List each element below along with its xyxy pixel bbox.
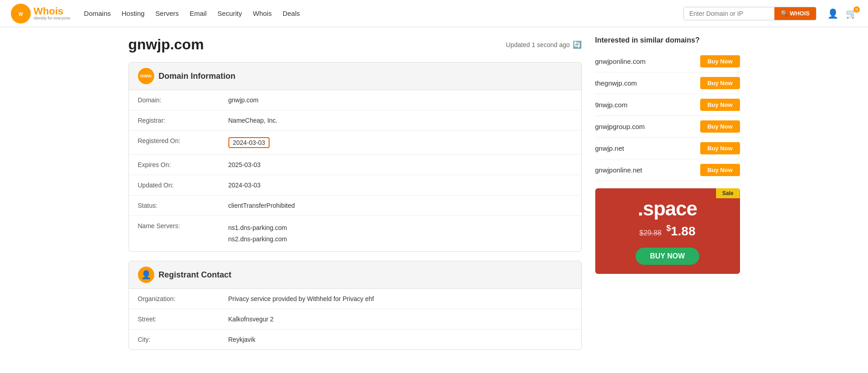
registered-on-value: 2024-03-03 bbox=[219, 131, 581, 155]
cart-badge: 0 bbox=[854, 6, 860, 13]
logo-whois-text: Whois bbox=[33, 6, 71, 16]
buy-now-button-0[interactable]: Buy Now bbox=[700, 55, 740, 67]
header: W Whois Identity for everyone Domains Ho… bbox=[0, 0, 868, 27]
table-row: Registrar: NameCheap, Inc. bbox=[129, 110, 581, 131]
promo-currency: $ bbox=[666, 224, 671, 233]
field-label: Domain: bbox=[129, 90, 219, 110]
buy-now-button-4[interactable]: Buy Now bbox=[700, 142, 740, 154]
registrant-table: Organization: Privacy service provided b… bbox=[129, 289, 581, 349]
table-row: Street: Kalkofnsvegur 2 bbox=[129, 309, 581, 330]
table-row: Domain: gnwjp.com bbox=[129, 90, 581, 110]
domain-info-title: Domain Information bbox=[159, 72, 236, 81]
search-button[interactable]: 🔍 WHOIS bbox=[774, 7, 816, 20]
sidebar: Interested in similar domains? gnwjponli… bbox=[595, 36, 740, 359]
similar-domain-name: 9nwjp.com bbox=[595, 101, 628, 109]
promo-old-price: $29.88 bbox=[640, 229, 662, 237]
nav-hosting[interactable]: Hosting bbox=[122, 10, 145, 17]
similar-domains-title: Interested in similar domains? bbox=[595, 36, 740, 44]
person-icon: 👤 bbox=[138, 267, 154, 283]
similar-domain-name: gnwjponline.com bbox=[595, 57, 646, 65]
table-row: Registered On: 2024-03-03 bbox=[129, 131, 581, 155]
field-value: Privacy service provided by Withheld for… bbox=[219, 289, 581, 309]
nav-domains[interactable]: Domains bbox=[84, 10, 111, 17]
promo-buy-button[interactable]: BUY NOW bbox=[636, 248, 699, 265]
registrant-header: 👤 Registrant Contact bbox=[129, 261, 581, 289]
buy-now-button-2[interactable]: Buy Now bbox=[700, 99, 740, 111]
field-label: Organization: bbox=[129, 289, 219, 309]
similar-domain-name: thegnwjp.com bbox=[595, 79, 637, 87]
ns2: ns2.dns-parking.com bbox=[228, 234, 572, 245]
field-value: clientTransferProhibited bbox=[219, 196, 581, 216]
table-row: Name Servers: ns1.dns-parking.com ns2.dn… bbox=[129, 216, 581, 252]
field-label: Name Servers: bbox=[129, 216, 219, 252]
similar-domain-item: gnwjpgroup.com Buy Now bbox=[595, 116, 740, 138]
registrant-card: 👤 Registrant Contact Organization: Priva… bbox=[128, 261, 582, 350]
field-label: City: bbox=[129, 330, 219, 350]
user-button[interactable]: 👤 bbox=[827, 8, 839, 19]
similar-domain-name: gnwjpgroup.com bbox=[595, 123, 645, 130]
nav-security[interactable]: Security bbox=[218, 10, 242, 17]
field-label: Status: bbox=[129, 196, 219, 216]
domain-title-row: gnwjp.com Updated 1 second ago 🔄 bbox=[128, 36, 582, 53]
search-area: 🔍 WHOIS 👤 🛒 0 bbox=[683, 7, 857, 20]
domain-info-header: WWW Domain Information bbox=[129, 62, 581, 90]
nav-email[interactable]: Email bbox=[190, 10, 207, 17]
registrant-title: Registrant Contact bbox=[159, 270, 232, 280]
logo-tagline: Identity for everyone bbox=[33, 16, 71, 20]
search-icon: 🔍 bbox=[781, 10, 788, 17]
table-row: Organization: Privacy service provided b… bbox=[129, 289, 581, 309]
similar-domain-item: gnwjponline.net Buy Now bbox=[595, 159, 740, 181]
www-icon: WWW bbox=[138, 68, 154, 84]
promo-tld: .space bbox=[604, 197, 731, 220]
header-icons: 👤 🛒 0 bbox=[827, 8, 857, 19]
similar-domain-item: gnwjp.net Buy Now bbox=[595, 138, 740, 159]
refresh-icon[interactable]: 🔄 bbox=[573, 40, 582, 49]
field-value: 2025-03-03 bbox=[219, 155, 581, 175]
nav-whois[interactable]: Whois bbox=[253, 10, 272, 17]
similar-domain-item: gnwjponline.com Buy Now bbox=[595, 51, 740, 72]
table-row: Status: clientTransferProhibited bbox=[129, 196, 581, 216]
domain-info-table: Domain: gnwjp.com Registrar: NameCheap, … bbox=[129, 90, 581, 251]
domain-title: gnwjp.com bbox=[128, 36, 204, 53]
field-value: NameCheap, Inc. bbox=[219, 110, 581, 131]
nav-servers[interactable]: Servers bbox=[156, 10, 179, 17]
similar-domain-name: gnwjp.net bbox=[595, 144, 624, 152]
nav-deals[interactable]: Deals bbox=[283, 10, 300, 17]
promo-banner: Sale .space $29.88 $1.88 BUY NOW bbox=[595, 188, 740, 274]
buy-now-button-1[interactable]: Buy Now bbox=[700, 77, 740, 89]
field-label: Registered On: bbox=[129, 131, 219, 155]
main-container: gnwjp.com Updated 1 second ago 🔄 WWW Dom… bbox=[118, 27, 751, 368]
logo[interactable]: W Whois Identity for everyone bbox=[11, 4, 71, 24]
field-value: 2024-03-03 bbox=[219, 175, 581, 196]
table-row: City: Reykjavik bbox=[129, 330, 581, 350]
table-row: Updated On: 2024-03-03 bbox=[129, 175, 581, 196]
field-value: Reykjavik bbox=[219, 330, 581, 350]
sale-badge: Sale bbox=[716, 188, 740, 198]
ns1: ns1.dns-parking.com bbox=[228, 222, 572, 234]
field-label: Street: bbox=[129, 309, 219, 330]
buy-now-button-3[interactable]: Buy Now bbox=[700, 120, 740, 133]
promo-prices: $29.88 $1.88 bbox=[604, 224, 731, 239]
search-input-wrap: 🔍 WHOIS bbox=[683, 7, 816, 20]
promo-new-price-value: 1.88 bbox=[671, 224, 696, 238]
similar-domain-item: thegnwjp.com Buy Now bbox=[595, 72, 740, 94]
date-highlight: 2024-03-03 bbox=[228, 137, 270, 148]
main-nav: Domains Hosting Servers Email Security W… bbox=[84, 10, 683, 17]
field-label: Registrar: bbox=[129, 110, 219, 131]
updated-text-label: Updated 1 second ago bbox=[506, 41, 570, 48]
updated-status: Updated 1 second ago 🔄 bbox=[506, 40, 582, 49]
search-input[interactable] bbox=[684, 7, 774, 20]
field-value: Kalkofnsvegur 2 bbox=[219, 309, 581, 330]
similar-domain-item: 9nwjp.com Buy Now bbox=[595, 94, 740, 116]
buy-now-button-5[interactable]: Buy Now bbox=[700, 164, 740, 176]
field-label: Updated On: bbox=[129, 175, 219, 196]
similar-domain-name: gnwjponline.net bbox=[595, 166, 642, 174]
field-value: gnwjp.com bbox=[219, 90, 581, 110]
nameservers-value: ns1.dns-parking.com ns2.dns-parking.com bbox=[219, 216, 581, 252]
field-label: Expires On: bbox=[129, 155, 219, 175]
promo-new-price: $1.88 bbox=[666, 224, 696, 238]
content-area: gnwjp.com Updated 1 second ago 🔄 WWW Dom… bbox=[128, 36, 582, 359]
logo-icon: W bbox=[11, 4, 31, 24]
cart-button[interactable]: 🛒 0 bbox=[846, 8, 857, 19]
user-icon: 👤 bbox=[827, 9, 839, 19]
